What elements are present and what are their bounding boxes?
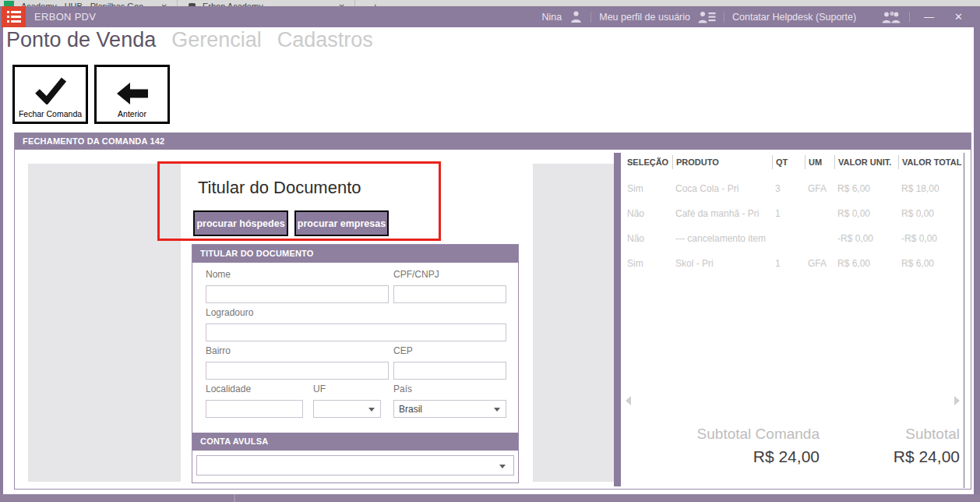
cell-valor-total: R$ 18,00 [898,183,964,194]
nav-ponto-de-venda[interactable]: Ponto de Venda [6,28,156,52]
cell-qt: 1 [772,208,805,219]
procurar-empresas-button[interactable]: procurar empresas [294,210,389,236]
cell-valor-unit: R$ 0,00 [834,208,898,219]
cell-qt: 3 [772,183,805,194]
localidade-field[interactable] [206,400,303,418]
user-name[interactable]: Nina [542,12,562,23]
close-button[interactable]: ✕ [948,11,969,23]
cell-selecao: Não [624,208,672,219]
titular-form: TITULAR DO DOCUMENTO Nome CPF/CNPJ Logra… [192,244,519,483]
conta-avulsa-select[interactable] [196,455,514,475]
browser-tab-erbon[interactable]: Erbon Academy ✕ [178,0,355,6]
col-qt: QT [772,155,805,169]
pais-select[interactable]: Brasil [393,400,506,418]
anterior-button[interactable]: Anterior [94,65,170,124]
google-sheets-icon [4,1,14,6]
nav-cadastros[interactable]: Cadastros [277,28,373,52]
col-produto: PRODUTO [672,155,772,169]
new-tab-button[interactable]: + [372,1,379,7]
nav-gerencial[interactable]: Gerencial [171,28,262,52]
dropdown-arrow-icon [368,408,375,412]
logradouro-label: Logradouro [206,307,253,318]
comanda-header: FECHAMENTO DA COMANDA 142 [15,133,971,150]
right-gutter-panel [533,164,614,482]
dropdown-arrow-icon [494,408,500,412]
titlebar-separator [590,12,591,23]
left-panel [28,164,181,482]
cell-produto: Skol - Pri [672,258,772,269]
cell-selecao: Sim [624,258,672,269]
scroll-left-icon[interactable] [626,396,631,405]
nome-field[interactable] [206,285,389,303]
subtotal-comanda-value: R$ 24,00 [648,447,820,466]
cell-produto: --- cancelamento item [672,233,772,244]
window-left-edge [0,27,3,502]
uf-select[interactable] [313,400,381,418]
table-header-row: SELEÇÃO PRODUTO QT UM VALOR UNIT. VALOR … [624,153,964,171]
localidade-label: Localidade [206,384,251,394]
button-label: Fechar Comanda [19,109,82,118]
cep-label: CEP [393,345,413,356]
cell-produto: Coca Cola - Pri [672,183,772,194]
cell-qt: 1 [772,258,805,269]
cell-valor-unit: -R$ 0,00 [834,233,898,244]
subtotal-block: Subtotal R$ 24,00 [843,426,960,466]
cell-produto: Café da manhã - Pri [672,208,772,219]
table-row[interactable]: Não Café da manhã - Pri 1 R$ 0,00 R$ 0,0… [624,201,964,226]
subtotal-comanda-block: Subtotal Comanda R$ 24,00 [648,426,820,466]
section-conta-avulsa-header: CONTA AVULSA [192,433,518,451]
profile-menu-item[interactable]: Meu perfil de usuário [599,12,690,23]
back-arrow-icon [117,83,148,104]
app-titlebar: ERBON PDV Nina Meu perfil de usuário Con… [0,6,980,27]
col-selecao: SELEÇÃO [624,155,672,169]
col-valor-total: VALOR TOTAL [898,155,964,169]
minimize-button[interactable]: — [918,11,940,23]
cell-valor-total: R$ 6,00 [898,258,964,269]
form-heading: Titular do Documento [198,178,361,198]
user-icon [569,10,583,23]
status-bar [0,494,980,502]
scroll-right-icon[interactable] [954,396,960,405]
cell-valor-total: -R$ 0,00 [898,233,964,244]
check-icon [33,76,68,104]
cell-um: GFA [805,183,834,194]
subtotal-comanda-label: Subtotal Comanda [648,426,820,443]
comanda-frame: FECHAMENTO DA COMANDA 142 Titular do Doc… [14,133,971,490]
app-window: Academy - HUB - Planilhas Goo ✕ Erbon Ac… [0,0,980,502]
table-row[interactable]: Sim Skol - Pri 1 GFA R$ 6,00 R$ 6,00 [624,251,964,276]
button-label: Anterior [118,109,146,118]
table-row[interactable]: Não --- cancelamento item -R$ 0,00 -R$ 0… [624,226,964,251]
window-right-scrollbar[interactable] [974,6,980,502]
bairro-label: Bairro [206,345,231,356]
pais-value: Brasil [399,404,422,415]
profile-icon [698,11,716,23]
nome-label: Nome [206,269,231,280]
col-um: UM [805,155,834,169]
cpf-cnpj-label: CPF/CNPJ [393,269,439,280]
items-table: SELEÇÃO PRODUTO QT UM VALOR UNIT. VALOR … [624,153,964,488]
table-row[interactable]: Sim Coca Cola - Pri 3 GFA R$ 6,00 R$ 18,… [624,176,964,201]
dropdown-arrow-icon [499,465,506,468]
menu-icon[interactable] [2,6,26,27]
fechar-comanda-button[interactable]: Fechar Comanda [12,65,88,124]
cell-valor-total: R$ 0,00 [898,208,964,219]
cell-selecao: Não [624,233,672,244]
browser-tab-sheets[interactable]: Academy - HUB - Planilhas Goo ✕ [0,0,178,6]
helpdesk-menu-item[interactable]: Contatar Helpdesk (Suporte) [732,12,856,23]
cpf-cnpj-field[interactable] [393,285,506,303]
subtotal-value: R$ 24,00 [843,447,960,466]
cell-selecao: Sim [624,183,672,194]
pais-label: País [393,384,412,394]
titlebar-separator [909,12,910,23]
cell-valor-unit: R$ 6,00 [834,183,898,194]
logradouro-field[interactable] [206,323,506,341]
panel-divider [614,153,621,486]
helpdesk-group-icon [881,11,901,23]
bairro-field[interactable] [206,362,389,380]
cep-field[interactable] [393,362,506,380]
titlebar-separator [724,12,724,23]
procurar-hospedes-button[interactable]: procurar hóspedes [193,210,288,236]
subtotal-label: Subtotal [843,426,960,443]
section-titular-header: TITULAR DO DOCUMENTO [192,245,518,263]
app-title: ERBON PDV [34,11,96,23]
